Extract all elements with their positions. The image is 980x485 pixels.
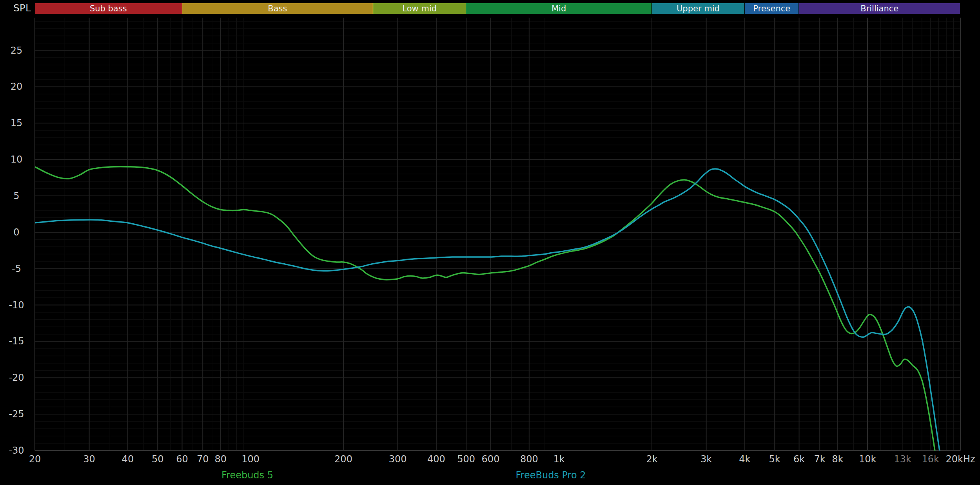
x-tick-2k: 2k bbox=[646, 454, 657, 465]
y-tick-20: 20 bbox=[2, 81, 31, 92]
x-tick-50: 50 bbox=[152, 454, 164, 465]
x-tick-20: 20 bbox=[29, 454, 41, 465]
x-tick-10k: 10k bbox=[859, 454, 876, 465]
x-tick-300: 300 bbox=[389, 454, 407, 465]
x-tick-400: 400 bbox=[427, 454, 445, 465]
y-tick-10: 10 bbox=[2, 154, 31, 165]
x-tick-8k: 8k bbox=[832, 454, 843, 465]
x-tick-16k: 16k bbox=[922, 454, 939, 465]
x-tick-3k: 3k bbox=[701, 454, 712, 465]
x-tick-40: 40 bbox=[122, 454, 134, 465]
x-tick-20khz: 20kHz bbox=[946, 454, 975, 465]
x-tick-70: 70 bbox=[197, 454, 209, 465]
x-tick-6k: 6k bbox=[793, 454, 805, 465]
y-tick-5: 5 bbox=[2, 190, 31, 201]
x-tick-5k: 5k bbox=[769, 454, 780, 465]
x-tick-600: 600 bbox=[482, 454, 500, 465]
y-tick--30: -30 bbox=[2, 445, 31, 456]
x-tick-60: 60 bbox=[176, 454, 188, 465]
x-tick-100: 100 bbox=[241, 454, 260, 465]
x-tick-80: 80 bbox=[215, 454, 227, 465]
y-tick-15: 15 bbox=[2, 118, 31, 128]
x-tick-1k: 1k bbox=[554, 454, 565, 465]
frequency-response-chart: SPL Sub bassBassLow midMidUpper midPrese… bbox=[0, 0, 980, 485]
y-tick--15: -15 bbox=[2, 336, 31, 347]
legend-freebuds-pro-2[interactable]: FreeBuds Pro 2 bbox=[516, 470, 586, 481]
x-tick-13k: 13k bbox=[894, 454, 911, 465]
plot-area bbox=[0, 0, 980, 485]
x-tick-4k: 4k bbox=[739, 454, 750, 465]
y-tick-0: 0 bbox=[2, 227, 31, 238]
y-tick--5: -5 bbox=[2, 263, 31, 274]
x-tick-30: 30 bbox=[83, 454, 95, 465]
legend-freebuds-5[interactable]: Freebuds 5 bbox=[221, 470, 273, 481]
x-tick-200: 200 bbox=[334, 454, 352, 465]
x-tick-500: 500 bbox=[457, 454, 475, 465]
y-tick-25: 25 bbox=[2, 45, 31, 56]
x-tick-7k: 7k bbox=[814, 454, 826, 465]
y-tick--25: -25 bbox=[2, 409, 31, 420]
y-tick--10: -10 bbox=[2, 300, 31, 311]
y-tick--20: -20 bbox=[2, 372, 31, 383]
x-tick-800: 800 bbox=[520, 454, 538, 465]
